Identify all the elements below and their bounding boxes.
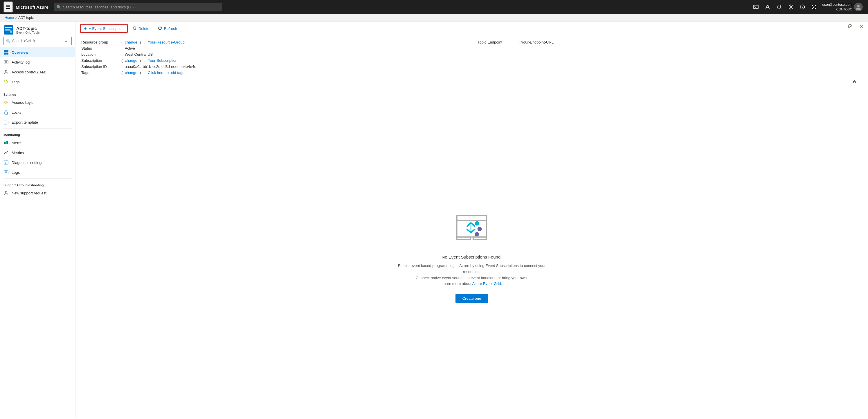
refresh-button[interactable]: Refresh (154, 24, 181, 33)
location-label: Location (81, 52, 119, 57)
avatar (854, 3, 863, 11)
empty-state-title: No Event Subscriptions Found! (442, 255, 502, 259)
sidebar-item-alerts[interactable]: Alerts (0, 138, 75, 148)
svg-point-21 (4, 101, 7, 104)
info-panel: Resource group (change) : Your-Resource-… (75, 35, 868, 92)
settings-section-label: Settings (0, 89, 75, 97)
empty-state-icon (452, 207, 492, 249)
location-value: West Central US (125, 52, 153, 57)
sidebar-item-access-keys[interactable]: Access keys (0, 97, 75, 107)
svg-point-4 (802, 8, 803, 8)
azure-event-grid-link[interactable]: Azure Event Grid. (472, 282, 502, 286)
svg-rect-9 (5, 29, 10, 30)
svg-rect-8 (5, 27, 12, 28)
svg-point-1 (767, 5, 768, 7)
sidebar-item-diagnostic-settings[interactable]: Diagnostic settings (0, 158, 75, 167)
tags-add-link[interactable]: Click here to add tags (148, 70, 184, 75)
sidebar-item-label: Access keys (11, 100, 32, 105)
notification-button[interactable] (774, 2, 784, 12)
subscription-label: Subscription (81, 58, 119, 63)
resource-group-row: Resource group (change) : Your-Resource-… (81, 40, 466, 44)
refresh-icon (158, 26, 162, 31)
delete-button[interactable]: Delete (129, 24, 153, 33)
svg-point-6 (857, 5, 860, 7)
empty-state-description: Enable event based programming in Azure … (391, 263, 553, 287)
svg-rect-30 (4, 161, 8, 164)
resource-group-change-link[interactable]: change (125, 40, 137, 44)
content-wrapper: Resource group (change) : Your-Resource-… (75, 35, 868, 418)
status-value: Active (125, 46, 135, 51)
resource-group-value[interactable]: Your-Resource-Group (148, 40, 185, 44)
tags-change-link[interactable]: change (125, 70, 137, 75)
support-section-label: Support + troubleshooting (0, 180, 75, 188)
sidebar-item-locks[interactable]: Locks (0, 107, 75, 117)
sidebar-item-new-support-request[interactable]: New support request (0, 188, 75, 198)
sidebar-search-input[interactable] (12, 39, 62, 43)
settings-divider (3, 88, 72, 88)
sidebar-item-label: Alerts (11, 141, 21, 145)
create-one-button[interactable]: Create one (456, 294, 488, 303)
access-control-icon (3, 69, 9, 74)
svg-rect-26 (4, 120, 7, 124)
info-right-col: Topic Endpoint : Your-Endpoint-URL (477, 40, 862, 76)
plus-icon: + (84, 26, 87, 31)
help-button[interactable] (797, 2, 808, 12)
settings-button[interactable] (785, 2, 796, 12)
svg-rect-14 (4, 53, 6, 55)
directory-button[interactable] (762, 2, 773, 12)
feedback-button[interactable] (809, 2, 819, 12)
empty-desc-line3-prefix: Learn more about (441, 282, 472, 286)
topnav-icons: user@contoso.com CONTOSO (751, 2, 865, 12)
breadcrumb-home[interactable]: Home (5, 16, 14, 20)
tags-icon (3, 79, 9, 85)
subscription-value[interactable]: Your-Subscription (148, 58, 177, 63)
svg-point-44 (477, 227, 482, 231)
sidebar-item-access-control[interactable]: Access control (IAM) (0, 67, 75, 77)
resource-group-label: Resource group (81, 40, 119, 44)
user-profile[interactable]: user@contoso.com CONTOSO (820, 3, 865, 11)
collapse-info-button[interactable] (849, 78, 860, 86)
delete-icon (133, 26, 137, 31)
sidebar-item-metrics[interactable]: Metrics (0, 148, 75, 158)
subscription-change-link[interactable]: change (125, 58, 137, 63)
monitoring-section-label: Monitoring (0, 130, 75, 138)
delete-label: Delete (138, 26, 150, 31)
event-subscription-button[interactable]: + + Event Subscription (80, 24, 128, 33)
search-input[interactable] (63, 5, 219, 9)
svg-rect-16 (4, 60, 8, 64)
sidebar-collapse-button[interactable]: « (63, 38, 69, 44)
user-info: user@contoso.com CONTOSO (822, 3, 852, 11)
location-row: Location : West Central US (81, 52, 466, 57)
global-search-box: 🔍 (54, 3, 222, 11)
support-icon (3, 190, 9, 196)
svg-rect-25 (5, 112, 7, 114)
cloud-shell-button[interactable] (751, 2, 761, 12)
empty-state: No Event Subscriptions Found! Enable eve… (75, 92, 868, 418)
user-email: user@contoso.com (822, 3, 852, 7)
main-layout: ADT-topic Event Grid Topic 🔍 « Overview … (0, 22, 868, 418)
sidebar-item-activity-log[interactable]: Activity log (0, 57, 75, 67)
sidebar-item-label: Tags (11, 80, 20, 84)
svg-point-11 (10, 30, 12, 33)
pin-button[interactable] (845, 22, 854, 32)
content-area: ✕ + + Event Subscription Delete Refresh (75, 22, 868, 418)
sidebar-item-tags[interactable]: Tags (0, 77, 75, 87)
svg-rect-32 (5, 162, 6, 164)
sidebar-item-logs[interactable]: Logs (0, 167, 75, 177)
sidebar-item-label: Overview (11, 50, 28, 55)
access-keys-icon (3, 100, 9, 105)
sidebar-item-overview[interactable]: Overview (0, 47, 75, 57)
topic-endpoint-row: Topic Endpoint : Your-Endpoint-URL (477, 40, 862, 44)
empty-desc-line2: Connect native event sources to event ha… (416, 276, 528, 280)
svg-point-45 (475, 232, 479, 236)
subscription-id-label: Subscription ID (81, 64, 119, 69)
sidebar-resource-title: ADT-topic (16, 26, 40, 31)
top-navigation: ☰ Microsoft Azure 🔍 user@contoso.com CON… (0, 0, 868, 14)
search-icon: 🔍 (57, 5, 61, 9)
sidebar-item-export-template[interactable]: Export template (0, 117, 75, 127)
tags-label: Tags (81, 70, 119, 75)
diagnostic-settings-icon (3, 160, 9, 165)
sidebar: ADT-topic Event Grid Topic 🔍 « Overview … (0, 22, 75, 418)
hamburger-menu-button[interactable]: ☰ (3, 1, 13, 12)
close-button[interactable]: ✕ (858, 22, 866, 32)
